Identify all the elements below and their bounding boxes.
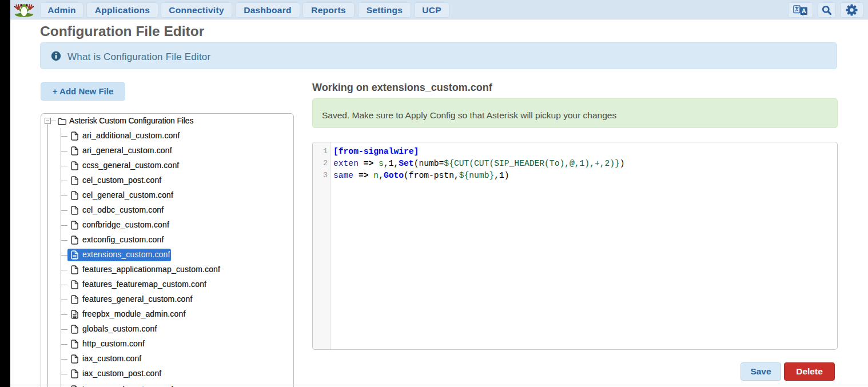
svg-text:A: A	[802, 7, 806, 14]
